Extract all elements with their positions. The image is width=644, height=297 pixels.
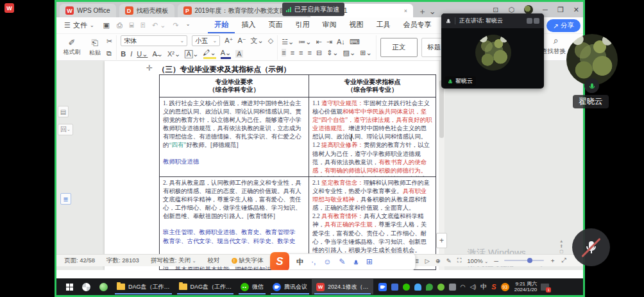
cut-icon[interactable]: ✂: [106, 37, 112, 46]
char-shading-icon[interactable]: 🄰⌄: [185, 50, 198, 58]
meeting-window-titlebar[interactable]: 正在讲话: 翟晓云: [441, 13, 544, 28]
tray-sogou-icon[interactable]: S: [491, 283, 496, 291]
bold-button[interactable]: B: [121, 50, 126, 58]
account-avatar[interactable]: [524, 5, 533, 14]
tab-review[interactable]: 审阅: [316, 17, 343, 33]
page-down-button[interactable]: +: [436, 233, 447, 248]
tray-camera-icon[interactable]: [449, 284, 456, 291]
tray-badge-count[interactable]: 93: [501, 283, 509, 291]
reaction-icons[interactable]: [527, 18, 539, 24]
tab-docer[interactable]: D 找稻壳模板: [119, 4, 174, 17]
globe-icon[interactable]: ⬡: [509, 6, 515, 14]
table-move-handle[interactable]: ✛: [146, 64, 153, 72]
taskbar-folder-2[interactable]: DAG盘（工作…: [174, 279, 237, 294]
document-section-title[interactable]: （三）专业毕业要求及其指标点（示例）: [158, 65, 291, 74]
proofread-button[interactable]: 校对: [208, 257, 220, 265]
print-icon[interactable]: ⌸: [130, 21, 134, 30]
outdent-icon[interactable]: ⇤: [316, 38, 322, 46]
more-commands-icon[interactable]: ⌄: [186, 21, 191, 30]
tray-blue-app-icon[interactable]: [391, 284, 398, 291]
bullet-list-icon[interactable]: ☱⌄: [282, 38, 294, 46]
tab-member[interactable]: 会员专享: [396, 17, 437, 33]
sogou-ime-toolbar[interactable]: S 中 ·, ☺ ✎ ⊞: [271, 253, 416, 270]
font-size-select[interactable]: 小五⌄: [192, 35, 220, 46]
ime-handwrite-icon[interactable]: ✎: [339, 257, 346, 266]
text-effects-icon[interactable]: 文⌄: [251, 36, 264, 46]
distribute-icon[interactable]: ⊟: [316, 49, 322, 57]
justify-icon[interactable]: ≡: [307, 49, 311, 56]
line-spacing-icon[interactable]: ⇕⌄: [326, 49, 338, 57]
zoom-out-button[interactable]: ─: [494, 257, 498, 264]
header-cell-indicators[interactable]: 专业毕业要求指标点 （综合学科专业）: [309, 75, 436, 97]
char-border-icon[interactable]: A: [235, 50, 242, 58]
taskbar-wechat[interactable]: •• 微信: [236, 279, 268, 294]
volume-icon[interactable]: ◁): [470, 284, 476, 290]
page-indicator[interactable]: 页面: 42/58: [64, 257, 95, 265]
tray-green-plus-icon[interactable]: [437, 284, 445, 291]
meeting-floating-window[interactable]: 正在讲话: 翟晓云 翟晓云: [441, 13, 544, 89]
start-button[interactable]: [62, 279, 78, 294]
missing-font-warning[interactable]: !缺失字体: [232, 257, 264, 265]
number-list-icon[interactable]: ≔⌄: [298, 38, 311, 46]
tab-wps-office[interactable]: W WPS Office: [60, 4, 116, 17]
new-tab-button[interactable]: ＋ ⌄: [418, 6, 436, 17]
format-painter-button[interactable]: ✐ 格式刷: [60, 38, 83, 56]
tray-meeting-icon[interactable]: [378, 283, 387, 291]
copy-icon[interactable]: ⧉: [106, 49, 112, 58]
paste-button[interactable]: ⎗ 粘贴: [83, 38, 106, 57]
zoom-level[interactable]: 100% ⌄: [467, 257, 488, 264]
tab-home[interactable]: 开始: [208, 17, 235, 33]
file-menu[interactable]: ☰ 文件 ⌄: [64, 21, 94, 30]
outline-tool-icon[interactable]: ≣: [60, 193, 71, 205]
pinwheel-app-button[interactable]: [78, 279, 95, 294]
graduation-requirements-table[interactable]: 专业毕业要求 （综合学科专业） 专业毕业要求指标点 （综合学科专业） 1. 践行…: [159, 74, 436, 270]
read-mode-icon[interactable]: ▷: [425, 257, 429, 264]
tab-close-icon[interactable]: ×: [404, 8, 407, 14]
font-color-icon[interactable]: A⌄: [221, 49, 232, 59]
italic-button[interactable]: I: [130, 50, 132, 58]
zoom-slider[interactable]: [504, 260, 544, 261]
font-name-select[interactable]: 宋体⌄: [121, 35, 187, 46]
borders-icon[interactable]: ⊞⌄: [360, 49, 371, 57]
wifi-icon[interactable]: ◠: [461, 284, 466, 290]
strikethrough-icon[interactable]: A̶⌄: [152, 50, 163, 58]
sidebar-participant-avatar[interactable]: [566, 34, 618, 85]
shading-icon[interactable]: ▨⌄: [343, 49, 356, 57]
style-body-text[interactable]: 正文: [380, 38, 418, 57]
web-layout-icon[interactable]: ⊕: [436, 257, 441, 264]
ime-toolbox-icon[interactable]: ⊞: [366, 257, 373, 266]
save-icon[interactable]: ▣: [103, 21, 110, 30]
tab-tools[interactable]: 工具: [369, 17, 396, 33]
tab-insert[interactable]: 插入: [235, 17, 262, 33]
underline-button[interactable]: U⌄: [137, 50, 148, 58]
redo-icon[interactable]: ↷: [173, 21, 179, 30]
ime-emoji-icon[interactable]: ☺: [323, 257, 331, 266]
highlight-color-icon[interactable]: 🖍⌄: [203, 49, 216, 59]
green-browser-button[interactable]: [95, 279, 112, 294]
close-window-button[interactable]: ✕: [573, 6, 579, 14]
edit-mode-icon[interactable]: ✎: [446, 257, 452, 264]
word-count[interactable]: 字数: 28103: [106, 257, 139, 265]
notification-icon[interactable]: 1: [541, 284, 549, 291]
align-left-icon[interactable]: ≡: [282, 49, 285, 56]
shrink-font-icon[interactable]: A⁻: [237, 37, 246, 45]
window-layout-icon[interactable]: ⊡: [493, 6, 498, 14]
ime-indicator[interactable]: 中: [480, 282, 487, 291]
fullscreen-icon[interactable]: ⤢: [561, 257, 566, 264]
align-right-icon[interactable]: ≡: [299, 49, 303, 56]
taskbar-clock[interactable]: 9:21 周六 2024/1/20: [514, 281, 538, 293]
grow-font-icon[interactable]: A⁺: [225, 37, 233, 45]
zoom-slider-knob[interactable]: [527, 258, 532, 263]
ime-mode-chinese[interactable]: 中: [296, 257, 303, 267]
tray-shield-icon[interactable]: [426, 284, 433, 291]
fit-page-icon[interactable]: ⛶: [457, 257, 462, 264]
spellcheck-status[interactable]: 拼写检查: 关闭 ⌄: [151, 257, 196, 265]
tab-reference[interactable]: 引用: [289, 17, 316, 33]
share-button[interactable]: ↗ 分享: [547, 19, 580, 32]
tab-view[interactable]: 视图: [343, 17, 369, 33]
cell-indicator-1[interactable]: 1.1 遵守职业规范：牢固树立并践行社会主义核心价值观和铸牢中华民族共同体意识，…: [309, 98, 436, 176]
tray-wechat-icon[interactable]: [403, 284, 410, 291]
ime-voice-icon[interactable]: [353, 257, 359, 266]
tray-cloud-icon[interactable]: [414, 284, 421, 291]
tab-page[interactable]: 页面: [262, 17, 289, 33]
